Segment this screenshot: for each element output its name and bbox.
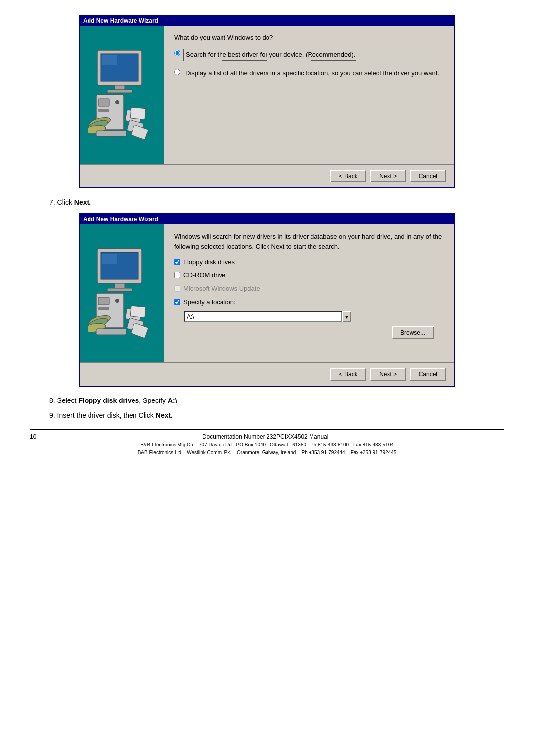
wizard2-check1-label: Floppy disk drives bbox=[183, 258, 235, 266]
svg-rect-25 bbox=[98, 307, 109, 310]
wizard1-question: What do you want Windows to do? bbox=[174, 34, 444, 41]
wizard2-illustration bbox=[80, 224, 164, 362]
footer-line1: B&B Electronics Mfg Co – 707 Dayton Rd -… bbox=[30, 441, 504, 449]
wizard2-cancel-button[interactable]: Cancel bbox=[410, 368, 446, 381]
wizard2-dialog: Add New Hardware Wizard bbox=[79, 213, 455, 387]
wizard1-radio1[interactable] bbox=[174, 50, 180, 56]
wizard2-titlebar: Add New Hardware Wizard bbox=[80, 214, 454, 224]
svg-point-7 bbox=[115, 100, 119, 104]
svg-rect-23 bbox=[98, 297, 109, 305]
computer-illustration2-icon bbox=[88, 244, 157, 343]
step9-instruction: 9. Insert the driver disk, then Click Ne… bbox=[30, 411, 504, 419]
step7-number: 7. bbox=[49, 198, 57, 206]
step8-instruction: 8. Select Floppy disk drives, Specify A:… bbox=[30, 397, 504, 404]
wizard1-right: What do you want Windows to do? Search f… bbox=[164, 26, 454, 164]
svg-rect-2 bbox=[102, 55, 117, 65]
svg-rect-4 bbox=[107, 90, 132, 93]
wizard1-illustration bbox=[80, 26, 164, 164]
browse-button[interactable]: Browse... bbox=[392, 326, 434, 339]
wizard2-desc: Windows will search for new drivers in i… bbox=[174, 232, 444, 251]
wizard1-option2-text: Display a list of all the drivers in a s… bbox=[183, 68, 441, 79]
wizard2-right: Windows will search for new drivers in i… bbox=[164, 224, 454, 362]
wizard1-option2[interactable]: Display a list of all the drivers in a s… bbox=[174, 68, 444, 79]
wizard1-cancel-button[interactable]: Cancel bbox=[410, 170, 446, 182]
footer-top-row: 10 Documentation Number 232PCIXX4502 Man… bbox=[30, 433, 504, 440]
svg-rect-30 bbox=[130, 306, 146, 318]
step7-text: Click bbox=[57, 198, 74, 206]
step8-bold2: A:\ bbox=[168, 397, 177, 404]
wizard1-back-button[interactable]: < Back bbox=[330, 170, 366, 182]
step8-middle: , Specify bbox=[139, 397, 168, 404]
svg-rect-19 bbox=[102, 254, 117, 264]
wizard1-footer: < Back Next > Cancel bbox=[80, 164, 454, 187]
step9-bold: Next. bbox=[156, 411, 173, 419]
svg-rect-21 bbox=[107, 288, 132, 291]
wizard2-check3[interactable]: Microsoft Windows Update bbox=[174, 285, 444, 292]
step8-bold1: Floppy disk drives bbox=[78, 397, 139, 404]
svg-rect-6 bbox=[98, 99, 109, 106]
wizard2-check3-label: Microsoft Windows Update bbox=[183, 285, 260, 292]
step9-number: 9. bbox=[49, 411, 57, 419]
wizard2-back-button[interactable]: < Back bbox=[330, 368, 366, 381]
wizard2-checkbox4[interactable] bbox=[174, 299, 180, 305]
svg-rect-16 bbox=[96, 131, 126, 136]
computer-illustration-icon bbox=[88, 45, 157, 144]
page-footer: 10 Documentation Number 232PCIXX4502 Man… bbox=[30, 429, 504, 457]
location-input[interactable] bbox=[184, 311, 342, 322]
wizard1-radio2[interactable] bbox=[174, 69, 180, 75]
footer-line2: B&B Electronics Ltd – Westlink Comm. Pk.… bbox=[30, 449, 504, 457]
wizard2-footer: < Back Next > Cancel bbox=[80, 362, 454, 386]
wizard2-check4-label: Specify a location: bbox=[183, 298, 236, 306]
wizard2-checkbox2[interactable] bbox=[174, 272, 180, 278]
wizard2-next-button[interactable]: Next > bbox=[370, 368, 406, 381]
wizard1-next-button[interactable]: Next > bbox=[370, 170, 406, 182]
wizard2-check2[interactable]: CD-ROM drive bbox=[174, 271, 444, 279]
svg-rect-13 bbox=[130, 107, 146, 120]
wizard2-title: Add New Hardware Wizard bbox=[83, 216, 158, 222]
step8-text: Select bbox=[57, 397, 79, 404]
svg-rect-20 bbox=[115, 283, 125, 288]
wizard1-title: Add New Hardware Wizard bbox=[83, 17, 158, 24]
wizard1-titlebar: Add New Hardware Wizard bbox=[80, 16, 454, 26]
svg-rect-8 bbox=[98, 109, 109, 112]
step9-text: Insert the driver disk, then Click bbox=[57, 411, 156, 419]
step7-instruction: 7. Click Next. bbox=[30, 198, 504, 206]
wizard2-check2-label: CD-ROM drive bbox=[183, 271, 225, 279]
doc-title: Documentation Number 232PCIXX4502 Manual bbox=[202, 433, 328, 440]
wizard1-option1[interactable]: Search for the best driver for your devi… bbox=[174, 49, 444, 61]
wizard1-option1-text: Search for the best driver for your devi… bbox=[183, 49, 357, 61]
wizard2-browse-row: Browse... bbox=[174, 326, 444, 339]
svg-rect-15 bbox=[131, 125, 148, 140]
svg-point-24 bbox=[115, 299, 119, 303]
wizard2-checkbox1[interactable] bbox=[174, 259, 180, 265]
wizard2-check1[interactable]: Floppy disk drives bbox=[174, 258, 444, 266]
step8-number: 8. bbox=[49, 397, 57, 404]
dropdown-arrow-icon[interactable]: ▼ bbox=[342, 311, 351, 322]
wizard1-dialog: Add New Hardware Wizard bbox=[79, 15, 455, 188]
wizard2-location-row: ▼ bbox=[184, 311, 444, 322]
svg-rect-33 bbox=[96, 329, 126, 335]
step7-bold: Next. bbox=[74, 198, 91, 206]
svg-rect-3 bbox=[115, 85, 125, 90]
page-number: 10 bbox=[30, 433, 36, 440]
svg-rect-32 bbox=[131, 323, 148, 338]
wizard2-check4[interactable]: Specify a location: bbox=[174, 298, 444, 306]
wizard2-checkbox3 bbox=[174, 285, 180, 292]
